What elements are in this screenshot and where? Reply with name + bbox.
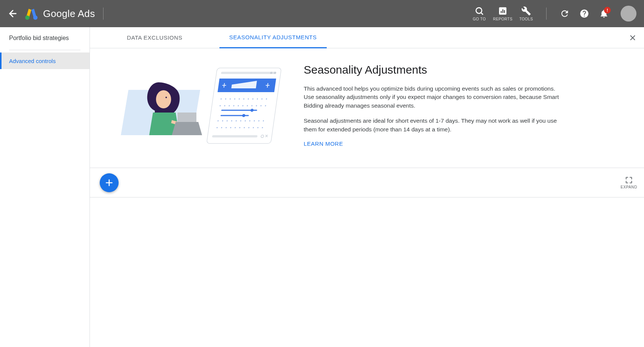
google-ads-logo-icon	[25, 7, 38, 20]
sidebar: Portfolio bid strategies Advanced contro…	[0, 27, 90, 347]
tab-label: DATA EXCLUSIONS	[127, 34, 182, 41]
sidebar-divider	[9, 50, 80, 50]
tab-seasonality-adjustments[interactable]: SEASONALITY ADJUSTMENTS	[219, 27, 327, 48]
account-avatar[interactable]	[621, 6, 636, 22]
tabs: DATA EXCLUSIONS SEASONALITY ADJUSTMENTS	[90, 27, 644, 48]
hero-illustration	[117, 63, 283, 150]
tab-data-exclusions[interactable]: DATA EXCLUSIONS	[117, 27, 192, 48]
wrench-icon	[521, 6, 531, 16]
close-panel-button[interactable]	[628, 33, 637, 42]
svg-point-13	[165, 97, 167, 98]
hero-paragraph-2: Seasonal adjustments are ideal for short…	[304, 117, 561, 134]
learn-more-link[interactable]: LEARN MORE	[304, 140, 343, 147]
svg-point-3	[476, 8, 482, 13]
hero-text: Seasonality Adjustments This advanced to…	[304, 63, 561, 147]
back-button[interactable]	[8, 8, 18, 19]
reports-icon	[498, 6, 508, 16]
tools-button[interactable]: TOOLS	[514, 6, 538, 21]
product-name: Google Ads	[43, 8, 95, 20]
svg-line-4	[481, 13, 483, 15]
main: DATA EXCLUSIONS SEASONALITY ADJUSTMENTS	[90, 27, 644, 347]
header-right: GO TO REPORTS TOOLS !	[468, 5, 636, 22]
tab-label: SEASONALITY ADJUSTMENTS	[229, 34, 317, 40]
reports-label: REPORTS	[493, 17, 513, 21]
reports-button[interactable]: REPORTS	[491, 6, 514, 21]
logo-block: Google Ads	[25, 7, 95, 20]
hero-title: Seasonality Adjustments	[304, 63, 561, 76]
svg-marker-14	[172, 122, 202, 135]
app-header: Google Ads GO TO REPORTS TOOLS !	[0, 0, 644, 27]
expand-label: EXPAND	[621, 185, 637, 189]
svg-rect-17	[221, 72, 276, 74]
notifications-button[interactable]: !	[596, 5, 612, 22]
expand-button[interactable]: EXPAND	[621, 176, 637, 189]
tools-label: TOOLS	[519, 17, 533, 21]
close-icon	[628, 33, 637, 42]
svg-rect-7	[502, 9, 503, 13]
help-icon	[579, 9, 589, 19]
hero-section: Seasonality Adjustments This advanced to…	[90, 48, 644, 168]
refresh-icon	[560, 9, 570, 19]
svg-point-2	[33, 15, 37, 20]
body: Portfolio bid strategies Advanced contro…	[0, 27, 644, 347]
header-divider	[103, 8, 103, 20]
svg-rect-70	[212, 135, 258, 137]
svg-rect-6	[501, 11, 502, 13]
sidebar-item-advanced-controls[interactable]: Advanced controls	[0, 52, 90, 69]
hero-paragraph-1: This advanced tool helps you optimize bi…	[304, 85, 561, 110]
svg-marker-15	[178, 113, 196, 122]
expand-icon	[625, 176, 633, 184]
svg-point-1	[25, 15, 29, 20]
goto-button[interactable]: GO TO	[468, 6, 491, 21]
svg-point-12	[156, 90, 171, 108]
search-icon	[474, 6, 484, 16]
sidebar-item-label: Advanced controls	[9, 58, 56, 64]
header-divider-2	[546, 8, 547, 20]
goto-label: GO TO	[473, 17, 486, 21]
refresh-button[interactable]	[556, 5, 573, 22]
sidebar-title: Portfolio bid strategies	[0, 35, 90, 50]
add-button[interactable]	[100, 173, 119, 192]
help-button[interactable]	[576, 5, 593, 22]
table-toolbar: EXPAND	[90, 168, 644, 197]
svg-rect-8	[504, 10, 505, 13]
plus-icon	[104, 178, 114, 188]
notification-badge: !	[604, 7, 611, 14]
